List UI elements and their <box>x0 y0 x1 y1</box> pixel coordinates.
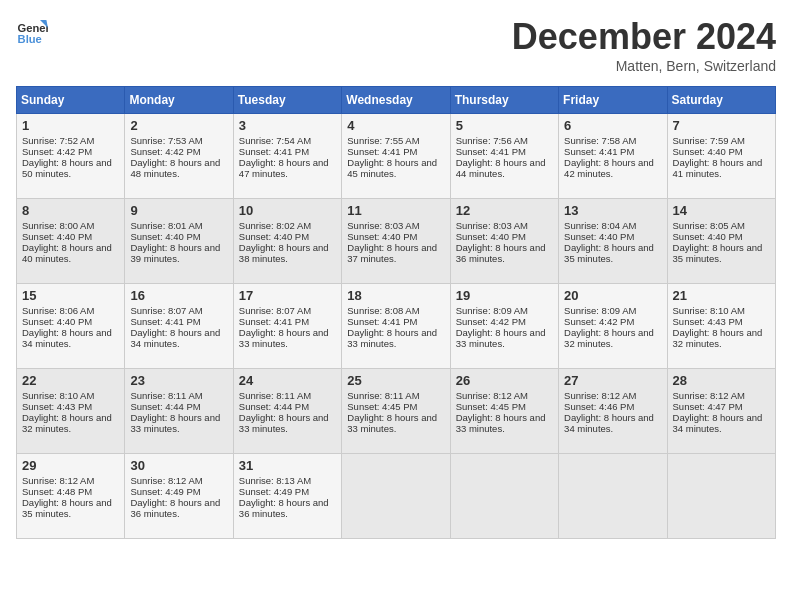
day-cell: 29 Sunrise: 8:12 AM Sunset: 4:48 PM Dayl… <box>17 454 125 539</box>
sunset-label: Sunset: 4:42 PM <box>22 146 92 157</box>
daylight-label: Daylight: 8 hours and 33 minutes. <box>239 327 329 349</box>
daylight-label: Daylight: 8 hours and 33 minutes. <box>456 327 546 349</box>
logo-icon: General Blue <box>16 16 48 48</box>
daylight-label: Daylight: 8 hours and 34 minutes. <box>22 327 112 349</box>
day-cell: 3 Sunrise: 7:54 AM Sunset: 4:41 PM Dayli… <box>233 114 341 199</box>
sunset-label: Sunset: 4:41 PM <box>456 146 526 157</box>
header: General Blue December 2024 Matten, Bern,… <box>16 16 776 74</box>
daylight-label: Daylight: 8 hours and 48 minutes. <box>130 157 220 179</box>
daylight-label: Daylight: 8 hours and 42 minutes. <box>564 157 654 179</box>
sunset-label: Sunset: 4:44 PM <box>239 401 309 412</box>
day-number: 1 <box>22 118 119 133</box>
sunset-label: Sunset: 4:43 PM <box>673 316 743 327</box>
day-cell: 22 Sunrise: 8:10 AM Sunset: 4:43 PM Dayl… <box>17 369 125 454</box>
sunset-label: Sunset: 4:41 PM <box>347 146 417 157</box>
sunrise-label: Sunrise: 8:03 AM <box>347 220 419 231</box>
day-cell <box>559 454 667 539</box>
sunset-label: Sunset: 4:42 PM <box>130 146 200 157</box>
week-row-1: 1 Sunrise: 7:52 AM Sunset: 4:42 PM Dayli… <box>17 114 776 199</box>
day-number: 28 <box>673 373 770 388</box>
daylight-label: Daylight: 8 hours and 34 minutes. <box>673 412 763 434</box>
day-cell: 17 Sunrise: 8:07 AM Sunset: 4:41 PM Dayl… <box>233 284 341 369</box>
day-cell: 14 Sunrise: 8:05 AM Sunset: 4:40 PM Dayl… <box>667 199 775 284</box>
sunrise-label: Sunrise: 8:12 AM <box>22 475 94 486</box>
day-cell: 21 Sunrise: 8:10 AM Sunset: 4:43 PM Dayl… <box>667 284 775 369</box>
sunset-label: Sunset: 4:41 PM <box>347 316 417 327</box>
daylight-label: Daylight: 8 hours and 40 minutes. <box>22 242 112 264</box>
week-row-4: 22 Sunrise: 8:10 AM Sunset: 4:43 PM Dayl… <box>17 369 776 454</box>
week-row-3: 15 Sunrise: 8:06 AM Sunset: 4:40 PM Dayl… <box>17 284 776 369</box>
day-number: 7 <box>673 118 770 133</box>
daylight-label: Daylight: 8 hours and 45 minutes. <box>347 157 437 179</box>
sunrise-label: Sunrise: 8:00 AM <box>22 220 94 231</box>
daylight-label: Daylight: 8 hours and 33 minutes. <box>130 412 220 434</box>
day-number: 23 <box>130 373 227 388</box>
svg-text:General: General <box>18 22 48 34</box>
day-number: 22 <box>22 373 119 388</box>
week-row-2: 8 Sunrise: 8:00 AM Sunset: 4:40 PM Dayli… <box>17 199 776 284</box>
day-header-saturday: Saturday <box>667 87 775 114</box>
day-cell <box>667 454 775 539</box>
sunset-label: Sunset: 4:48 PM <box>22 486 92 497</box>
day-number: 25 <box>347 373 444 388</box>
day-number: 30 <box>130 458 227 473</box>
day-number: 11 <box>347 203 444 218</box>
sunset-label: Sunset: 4:49 PM <box>130 486 200 497</box>
week-row-5: 29 Sunrise: 8:12 AM Sunset: 4:48 PM Dayl… <box>17 454 776 539</box>
daylight-label: Daylight: 8 hours and 36 minutes. <box>456 242 546 264</box>
sunrise-label: Sunrise: 7:52 AM <box>22 135 94 146</box>
sunset-label: Sunset: 4:45 PM <box>456 401 526 412</box>
sunset-label: Sunset: 4:40 PM <box>130 231 200 242</box>
daylight-label: Daylight: 8 hours and 36 minutes. <box>239 497 329 519</box>
day-cell: 4 Sunrise: 7:55 AM Sunset: 4:41 PM Dayli… <box>342 114 450 199</box>
sunset-label: Sunset: 4:41 PM <box>239 146 309 157</box>
sunset-label: Sunset: 4:41 PM <box>130 316 200 327</box>
day-number: 2 <box>130 118 227 133</box>
calendar-table: SundayMondayTuesdayWednesdayThursdayFrid… <box>16 86 776 539</box>
sunrise-label: Sunrise: 7:54 AM <box>239 135 311 146</box>
day-number: 8 <box>22 203 119 218</box>
day-cell: 13 Sunrise: 8:04 AM Sunset: 4:40 PM Dayl… <box>559 199 667 284</box>
sunset-label: Sunset: 4:45 PM <box>347 401 417 412</box>
day-cell: 10 Sunrise: 8:02 AM Sunset: 4:40 PM Dayl… <box>233 199 341 284</box>
title-area: December 2024 Matten, Bern, Switzerland <box>512 16 776 74</box>
sunrise-label: Sunrise: 8:10 AM <box>22 390 94 401</box>
day-cell: 6 Sunrise: 7:58 AM Sunset: 4:41 PM Dayli… <box>559 114 667 199</box>
daylight-label: Daylight: 8 hours and 35 minutes. <box>22 497 112 519</box>
day-number: 16 <box>130 288 227 303</box>
sunrise-label: Sunrise: 7:55 AM <box>347 135 419 146</box>
sunrise-label: Sunrise: 8:09 AM <box>564 305 636 316</box>
day-cell: 31 Sunrise: 8:13 AM Sunset: 4:49 PM Dayl… <box>233 454 341 539</box>
sunrise-label: Sunrise: 8:12 AM <box>456 390 528 401</box>
day-cell: 8 Sunrise: 8:00 AM Sunset: 4:40 PM Dayli… <box>17 199 125 284</box>
daylight-label: Daylight: 8 hours and 34 minutes. <box>130 327 220 349</box>
day-cell: 25 Sunrise: 8:11 AM Sunset: 4:45 PM Dayl… <box>342 369 450 454</box>
svg-text:Blue: Blue <box>18 33 42 45</box>
sunrise-label: Sunrise: 7:59 AM <box>673 135 745 146</box>
day-number: 19 <box>456 288 553 303</box>
sunrise-label: Sunrise: 8:07 AM <box>130 305 202 316</box>
sunrise-label: Sunrise: 8:07 AM <box>239 305 311 316</box>
location: Matten, Bern, Switzerland <box>512 58 776 74</box>
day-cell: 24 Sunrise: 8:11 AM Sunset: 4:44 PM Dayl… <box>233 369 341 454</box>
sunrise-label: Sunrise: 8:11 AM <box>239 390 311 401</box>
sunset-label: Sunset: 4:40 PM <box>239 231 309 242</box>
day-header-wednesday: Wednesday <box>342 87 450 114</box>
day-number: 27 <box>564 373 661 388</box>
daylight-label: Daylight: 8 hours and 35 minutes. <box>564 242 654 264</box>
sunrise-label: Sunrise: 8:10 AM <box>673 305 745 316</box>
day-number: 31 <box>239 458 336 473</box>
day-number: 21 <box>673 288 770 303</box>
daylight-label: Daylight: 8 hours and 33 minutes. <box>239 412 329 434</box>
sunset-label: Sunset: 4:41 PM <box>239 316 309 327</box>
sunrise-label: Sunrise: 8:06 AM <box>22 305 94 316</box>
daylight-label: Daylight: 8 hours and 34 minutes. <box>564 412 654 434</box>
day-cell: 23 Sunrise: 8:11 AM Sunset: 4:44 PM Dayl… <box>125 369 233 454</box>
day-number: 12 <box>456 203 553 218</box>
day-header-tuesday: Tuesday <box>233 87 341 114</box>
day-header-monday: Monday <box>125 87 233 114</box>
day-number: 3 <box>239 118 336 133</box>
day-number: 17 <box>239 288 336 303</box>
day-header-friday: Friday <box>559 87 667 114</box>
sunrise-label: Sunrise: 8:02 AM <box>239 220 311 231</box>
